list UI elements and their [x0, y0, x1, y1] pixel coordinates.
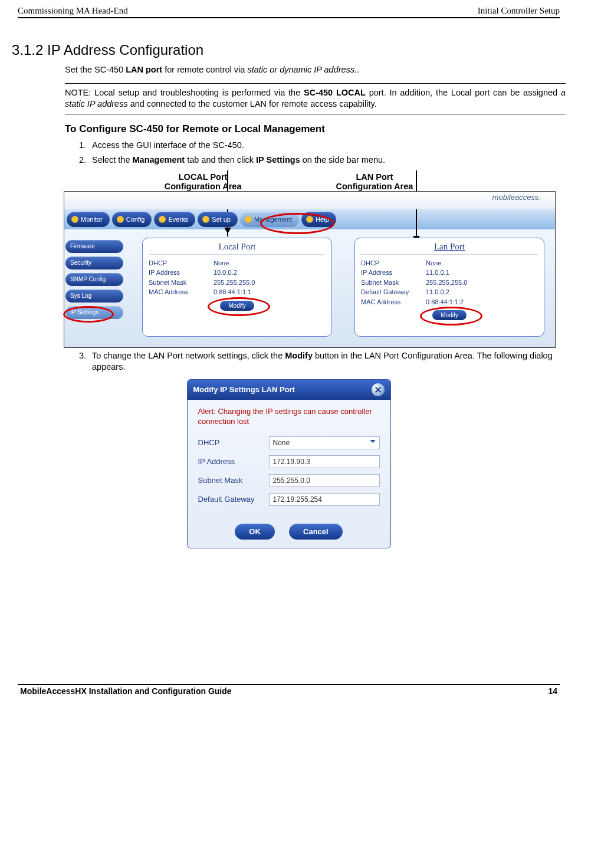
- sidebar-item-security[interactable]: Security: [65, 257, 123, 269]
- annotation-lan: LAN Port Configuration Area: [336, 172, 413, 191]
- modify-dialog: Modify IP Settings LAN Port Alert: Chang…: [187, 379, 391, 548]
- intro-em: static or dynamic IP address.: [247, 65, 357, 74]
- tab-management-label: Management: [254, 216, 292, 223]
- dlg-sm-value: 255.255.0.0: [273, 476, 310, 485]
- note-pre: NOTE: Local setup and troubleshooting is…: [65, 88, 304, 97]
- local-sm-label: Subnet Mask: [149, 278, 214, 288]
- lan-sm-label: Subnet Mask: [361, 278, 426, 288]
- monitor-icon: [71, 216, 78, 223]
- screenshot-ip-settings: mobileaccess. Monitor Config Events Set …: [64, 191, 556, 348]
- local-dhcp-label: DHCP: [149, 258, 214, 268]
- lan-ip-label: IP Address: [361, 268, 426, 278]
- step-2: Select the Management tab and then click…: [88, 154, 566, 166]
- annotation-local: LOCAL Port Configuration Area: [165, 172, 242, 191]
- local-port-panel: Local Port DHCPNone IP Address10.0.0.2 S…: [142, 238, 332, 337]
- sidebar-item-ipsettings[interactable]: IP Settings: [65, 306, 123, 319]
- dialog-titlebar: Modify IP Settings LAN Port: [188, 380, 390, 400]
- section-heading: 3.1.2 IP Address Configuration: [12, 42, 566, 58]
- dlg-sm-input[interactable]: 255.255.0.0: [269, 474, 380, 487]
- dlg-ip-label: IP Address: [198, 457, 269, 466]
- local-mac-value: 0:88:44:1:1:1: [214, 287, 251, 297]
- s2-b1: Management: [133, 155, 185, 165]
- section-title-text: IP Address Configuration: [47, 42, 203, 58]
- dlg-dhcp-value: None: [273, 439, 290, 447]
- lan-gw-label: Default Gateway: [361, 287, 426, 297]
- s3-pre: To change the LAN Port network settings,…: [92, 351, 285, 360]
- ss1-topbar: mobileaccess.: [64, 192, 555, 209]
- intro-paragraph: Set the SC-450 LAN port for remote contr…: [65, 64, 566, 76]
- cancel-button[interactable]: Cancel: [289, 524, 343, 540]
- local-sm-value: 255.255.255.0: [214, 278, 255, 288]
- step-3: To change the LAN Port network settings,…: [88, 350, 566, 373]
- dlg-ip-value: 172.19.90.3: [273, 458, 310, 466]
- tab-help-label: Help: [316, 216, 329, 223]
- note-post: and connected to the customer LAN for re…: [128, 99, 377, 108]
- tab-help[interactable]: Help: [301, 212, 336, 227]
- nav-tabs: Monitor Config Events Set up Management …: [64, 209, 555, 229]
- dialog-title: Modify IP Settings LAN Port: [193, 385, 295, 394]
- s2-post: on the side bar menu.: [300, 155, 385, 165]
- tab-management[interactable]: Management: [240, 212, 299, 227]
- dlg-gw-input[interactable]: 172.19.255.254: [269, 493, 380, 506]
- s2-mid: tab and then click: [185, 155, 256, 165]
- local-ip-label: IP Address: [149, 268, 214, 278]
- anno-local-l1: LOCAL Port: [179, 172, 228, 182]
- header-right: Initial Controller Setup: [478, 6, 560, 16]
- intro-pre: Set the SC-450: [65, 65, 126, 74]
- s2-pre: Select the: [92, 155, 133, 165]
- close-icon[interactable]: [372, 383, 385, 396]
- sidebar-item-firmware[interactable]: Firmware: [65, 240, 123, 253]
- anno-lan-l2: Configuration Area: [336, 182, 413, 191]
- lan-mac-value: 0:88:44:1:1:2: [426, 297, 464, 307]
- dialog-alert: Alert: Changing the IP settings can caus…: [198, 407, 380, 427]
- lan-modify-button[interactable]: Modify: [432, 310, 466, 320]
- note-mid: port. In addition, the Local port can be…: [366, 88, 561, 97]
- tab-monitor[interactable]: Monitor: [67, 212, 110, 227]
- footer-rule: [18, 684, 560, 685]
- note-box: NOTE: Local setup and troubleshooting is…: [65, 83, 566, 114]
- section-number: 3.1.2: [12, 42, 43, 58]
- tab-setup[interactable]: Set up: [198, 212, 238, 227]
- ok-button[interactable]: OK: [235, 524, 275, 540]
- dlg-ip-input[interactable]: 172.19.90.3: [269, 455, 380, 468]
- s3-b: Modify: [285, 351, 313, 360]
- lan-mac-label: MAC Address: [361, 297, 426, 307]
- lan-gw-value: 11.0.0.2: [426, 287, 449, 297]
- help-icon: [306, 216, 313, 223]
- sidebar-item-snmp[interactable]: SNMP Config: [65, 273, 123, 286]
- intro-post: .: [357, 65, 359, 74]
- header-left: Commissioning MA Head-End: [18, 6, 128, 16]
- tab-events[interactable]: Events: [154, 212, 195, 227]
- dlg-dhcp-select[interactable]: None: [269, 436, 380, 449]
- tab-config[interactable]: Config: [112, 212, 152, 227]
- management-icon: [245, 216, 252, 223]
- dlg-gw-label: Default Gateway: [198, 495, 269, 504]
- dlg-gw-value: 172.19.255.254: [273, 495, 322, 504]
- tab-setup-label: Set up: [212, 216, 231, 223]
- lan-sm-value: 255.255.255.0: [426, 278, 467, 288]
- tab-config-label: Config: [126, 216, 145, 223]
- logo: mobileaccess.: [492, 193, 541, 202]
- footer-left: MobileAccessHX Installation and Configur…: [20, 686, 232, 696]
- setup-icon: [202, 216, 209, 223]
- sidebar: Firmware Security SNMP Config Sys Log IP…: [64, 229, 124, 347]
- step-1: Access the GUI interface of the SC-450.: [88, 140, 566, 152]
- config-heading: To Configure SC-450 for Remote or Local …: [65, 123, 566, 136]
- dlg-sm-label: Subnet Mask: [198, 476, 269, 485]
- local-modify-button[interactable]: Modify: [220, 301, 254, 311]
- tab-monitor-label: Monitor: [81, 216, 103, 223]
- tab-events-label: Events: [168, 216, 188, 223]
- anno-local-l2: Configuration Area: [165, 182, 242, 191]
- sidebar-item-syslog[interactable]: Sys Log: [65, 290, 123, 303]
- lan-ip-value: 11.0.0.1: [426, 268, 449, 278]
- intro-bold: LAN port: [126, 65, 162, 74]
- local-mac-label: MAC Address: [149, 287, 214, 297]
- s2-b2: IP Settings: [256, 155, 300, 165]
- lan-dhcp-label: DHCP: [361, 258, 426, 268]
- local-dhcp-value: None: [214, 258, 229, 268]
- config-icon: [117, 216, 124, 223]
- lan-port-title: Lan Port: [361, 241, 538, 255]
- logo-text: mobileaccess: [492, 193, 539, 202]
- footer-page-number: 14: [548, 686, 557, 696]
- note-bold: SC-450 LOCAL: [304, 88, 366, 97]
